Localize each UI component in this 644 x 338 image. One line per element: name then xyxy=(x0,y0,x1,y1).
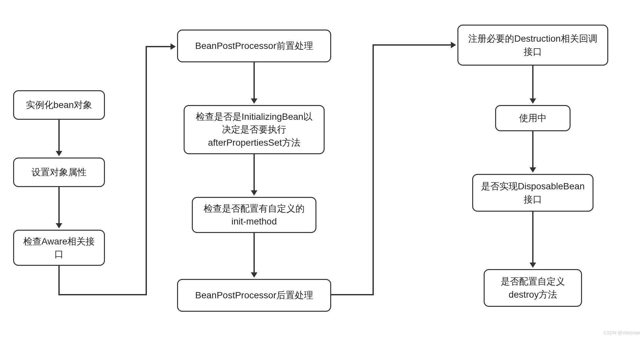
node-set-properties: 设置对象属性 xyxy=(13,158,105,187)
node-disposable-bean: 是否实现DisposableBean接口 xyxy=(472,174,594,212)
arrow-head xyxy=(251,190,257,196)
arrow-line xyxy=(532,212,533,263)
node-destroy-method: 是否配置自定义destroy方法 xyxy=(484,269,582,307)
arrow-line xyxy=(532,66,533,98)
arrow-head xyxy=(251,98,257,104)
node-check-initializing-bean: 检查是否是InitializingBean以决定是否要执行afterProper… xyxy=(184,105,325,154)
arrow-head xyxy=(171,43,176,50)
node-bpp-before: BeanPostProcessor前置处理 xyxy=(177,30,331,62)
arrow-line xyxy=(146,46,171,47)
node-check-aware: 检查Aware相关接口 xyxy=(13,230,105,266)
watermark-text: CSDN @Viktoriae xyxy=(603,330,640,335)
arrow-head xyxy=(530,167,536,173)
arrow-line xyxy=(253,154,255,190)
arrow-line xyxy=(58,120,60,151)
arrow-line xyxy=(532,131,533,167)
arrow-line xyxy=(253,62,255,98)
node-check-init-method: 检查是否配置有自定义的init-method xyxy=(192,197,316,233)
arrow-head xyxy=(530,98,536,104)
arrow-line xyxy=(372,44,451,46)
arrow-line xyxy=(253,233,255,272)
arrow-line xyxy=(331,294,374,295)
arrow-line xyxy=(372,44,374,295)
arrow-line xyxy=(58,187,60,223)
node-bpp-after: BeanPostProcessor后置处理 xyxy=(177,279,331,312)
node-in-use: 使用中 xyxy=(495,105,571,131)
arrow-head xyxy=(251,272,257,278)
arrow-head xyxy=(530,263,536,268)
arrow-head xyxy=(56,223,62,228)
arrow-head xyxy=(451,42,456,48)
arrow-head xyxy=(56,151,62,156)
arrow-line xyxy=(146,46,147,295)
arrow-line xyxy=(58,294,147,295)
node-instantiate-bean: 实例化bean对象 xyxy=(13,90,105,120)
node-destruction-callback: 注册必要的Destruction相关回调接口 xyxy=(457,25,608,66)
arrow-line xyxy=(58,266,60,295)
